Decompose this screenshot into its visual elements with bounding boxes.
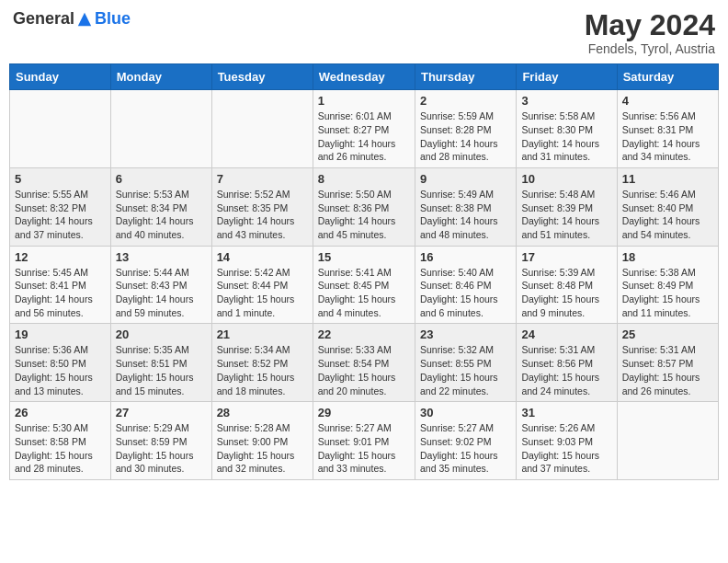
calendar-day-7: 7Sunrise: 5:52 AMSunset: 8:35 PMDaylight… [211, 167, 313, 246]
calendar-day-26: 26Sunrise: 5:30 AMSunset: 8:58 PMDayligh… [10, 402, 111, 480]
day-number: 20 [116, 327, 207, 341]
weekday-header-row: SundayMondayTuesdayWednesdayThursdayFrid… [10, 64, 719, 90]
logo-icon [76, 11, 93, 28]
day-info: Sunrise: 5:42 AMSunset: 8:44 PMDaylight:… [217, 266, 308, 320]
day-number: 27 [116, 406, 207, 419]
day-info: Sunrise: 5:49 AMSunset: 8:38 PMDaylight:… [420, 188, 511, 242]
calendar-day-9: 9Sunrise: 5:49 AMSunset: 8:38 PMDaylight… [415, 167, 516, 246]
day-info: Sunrise: 5:53 AMSunset: 8:34 PMDaylight:… [116, 188, 207, 242]
day-info: Sunrise: 5:52 AMSunset: 8:35 PMDaylight:… [217, 188, 308, 242]
day-info: Sunrise: 5:58 AMSunset: 8:30 PMDaylight:… [521, 109, 611, 164]
day-number: 6 [116, 172, 207, 186]
calendar-day-8: 8Sunrise: 5:50 AMSunset: 8:36 PMDaylight… [313, 167, 415, 246]
day-number: 2 [420, 94, 511, 108]
calendar-empty-cell [10, 90, 111, 168]
day-info: Sunrise: 5:55 AMSunset: 8:32 PMDaylight:… [15, 188, 106, 242]
day-info: Sunrise: 5:40 AMSunset: 8:46 PMDaylight:… [420, 266, 511, 320]
day-number: 3 [521, 94, 611, 108]
weekday-header-saturday: Saturday [617, 64, 718, 90]
day-number: 12 [15, 250, 106, 264]
day-number: 13 [116, 250, 207, 264]
calendar-day-13: 13Sunrise: 5:44 AMSunset: 8:43 PMDayligh… [110, 246, 211, 324]
calendar-day-19: 19Sunrise: 5:36 AMSunset: 8:50 PMDayligh… [10, 324, 111, 402]
calendar-week-row: 1Sunrise: 6:01 AMSunset: 8:27 PMDaylight… [10, 90, 719, 168]
calendar-day-6: 6Sunrise: 5:53 AMSunset: 8:34 PMDaylight… [110, 167, 211, 246]
day-info: Sunrise: 5:28 AMSunset: 9:00 PMDaylight:… [217, 421, 308, 476]
calendar-day-1: 1Sunrise: 6:01 AMSunset: 8:27 PMDaylight… [313, 90, 415, 168]
page-header: General Blue May 2024 Fendels, Tyrol, Au… [9, 9, 719, 56]
weekday-header-thursday: Thursday [415, 64, 516, 90]
day-info: Sunrise: 5:30 AMSunset: 8:58 PMDaylight:… [15, 421, 106, 476]
day-info: Sunrise: 5:26 AMSunset: 9:03 PMDaylight:… [521, 421, 611, 476]
calendar-empty-cell [211, 90, 313, 168]
day-info: Sunrise: 5:38 AMSunset: 8:49 PMDaylight:… [622, 266, 713, 320]
day-info: Sunrise: 5:34 AMSunset: 8:52 PMDaylight:… [217, 343, 308, 397]
day-number: 4 [622, 94, 713, 108]
day-info: Sunrise: 5:29 AMSunset: 8:59 PMDaylight:… [116, 421, 207, 476]
day-number: 19 [15, 327, 106, 341]
weekday-header-sunday: Sunday [10, 64, 111, 90]
day-number: 26 [15, 406, 106, 419]
day-info: Sunrise: 5:27 AMSunset: 9:01 PMDaylight:… [318, 421, 410, 476]
calendar-day-17: 17Sunrise: 5:39 AMSunset: 8:48 PMDayligh… [517, 246, 617, 324]
day-number: 23 [420, 327, 511, 341]
day-info: Sunrise: 5:44 AMSunset: 8:43 PMDaylight:… [116, 266, 207, 320]
day-number: 15 [318, 250, 410, 264]
calendar-week-row: 12Sunrise: 5:45 AMSunset: 8:41 PMDayligh… [10, 246, 719, 324]
day-info: Sunrise: 5:32 AMSunset: 8:55 PMDaylight:… [420, 343, 511, 397]
month-title: May 2024 [585, 9, 715, 41]
day-number: 31 [521, 406, 611, 419]
calendar-day-16: 16Sunrise: 5:40 AMSunset: 8:46 PMDayligh… [415, 246, 516, 324]
calendar-day-30: 30Sunrise: 5:27 AMSunset: 9:02 PMDayligh… [415, 402, 516, 480]
calendar-day-14: 14Sunrise: 5:42 AMSunset: 8:44 PMDayligh… [211, 246, 313, 324]
calendar-empty-cell [110, 90, 211, 168]
day-info: Sunrise: 5:35 AMSunset: 8:51 PMDaylight:… [116, 343, 207, 397]
day-number: 28 [217, 406, 308, 419]
day-number: 7 [217, 172, 308, 186]
day-info: Sunrise: 5:39 AMSunset: 8:48 PMDaylight:… [521, 266, 611, 320]
calendar-day-2: 2Sunrise: 5:59 AMSunset: 8:28 PMDaylight… [415, 90, 516, 168]
calendar-day-11: 11Sunrise: 5:46 AMSunset: 8:40 PMDayligh… [617, 167, 718, 246]
calendar-day-18: 18Sunrise: 5:38 AMSunset: 8:49 PMDayligh… [617, 246, 718, 324]
calendar-week-row: 19Sunrise: 5:36 AMSunset: 8:50 PMDayligh… [10, 324, 719, 402]
day-info: Sunrise: 5:56 AMSunset: 8:31 PMDaylight:… [622, 109, 713, 164]
day-info: Sunrise: 5:31 AMSunset: 8:57 PMDaylight:… [622, 343, 713, 397]
day-info: Sunrise: 5:41 AMSunset: 8:45 PMDaylight:… [318, 266, 410, 320]
calendar-day-21: 21Sunrise: 5:34 AMSunset: 8:52 PMDayligh… [211, 324, 313, 402]
day-number: 14 [217, 250, 308, 264]
day-number: 18 [622, 250, 713, 264]
calendar-week-row: 26Sunrise: 5:30 AMSunset: 8:58 PMDayligh… [10, 402, 719, 480]
day-number: 22 [318, 327, 410, 341]
calendar-day-12: 12Sunrise: 5:45 AMSunset: 8:41 PMDayligh… [10, 246, 111, 324]
calendar-day-27: 27Sunrise: 5:29 AMSunset: 8:59 PMDayligh… [110, 402, 211, 480]
day-number: 30 [420, 406, 511, 419]
day-number: 16 [420, 250, 511, 264]
logo-blue: Blue [95, 9, 131, 28]
title-block: May 2024 Fendels, Tyrol, Austria [585, 9, 715, 56]
day-info: Sunrise: 5:50 AMSunset: 8:36 PMDaylight:… [318, 188, 410, 242]
svg-marker-0 [78, 12, 91, 25]
day-number: 29 [318, 406, 410, 419]
calendar-day-5: 5Sunrise: 5:55 AMSunset: 8:32 PMDaylight… [10, 167, 111, 246]
day-number: 9 [420, 172, 511, 186]
day-info: Sunrise: 5:27 AMSunset: 9:02 PMDaylight:… [420, 421, 511, 476]
day-number: 25 [622, 327, 713, 341]
day-number: 11 [622, 172, 713, 186]
day-info: Sunrise: 5:48 AMSunset: 8:39 PMDaylight:… [521, 188, 611, 242]
day-number: 5 [15, 172, 106, 186]
calendar-week-row: 5Sunrise: 5:55 AMSunset: 8:32 PMDaylight… [10, 167, 719, 246]
calendar-day-31: 31Sunrise: 5:26 AMSunset: 9:03 PMDayligh… [517, 402, 617, 480]
calendar-day-15: 15Sunrise: 5:41 AMSunset: 8:45 PMDayligh… [313, 246, 415, 324]
calendar-day-24: 24Sunrise: 5:31 AMSunset: 8:56 PMDayligh… [517, 324, 617, 402]
day-info: Sunrise: 5:59 AMSunset: 8:28 PMDaylight:… [420, 109, 511, 164]
weekday-header-monday: Monday [110, 64, 211, 90]
day-info: Sunrise: 5:31 AMSunset: 8:56 PMDaylight:… [521, 343, 611, 397]
calendar-table: SundayMondayTuesdayWednesdayThursdayFrid… [9, 63, 719, 480]
calendar-day-28: 28Sunrise: 5:28 AMSunset: 9:00 PMDayligh… [211, 402, 313, 480]
day-number: 17 [521, 250, 611, 264]
calendar-day-25: 25Sunrise: 5:31 AMSunset: 8:57 PMDayligh… [617, 324, 718, 402]
weekday-header-tuesday: Tuesday [211, 64, 313, 90]
calendar-day-10: 10Sunrise: 5:48 AMSunset: 8:39 PMDayligh… [517, 167, 617, 246]
calendar-day-23: 23Sunrise: 5:32 AMSunset: 8:55 PMDayligh… [415, 324, 516, 402]
day-info: Sunrise: 5:36 AMSunset: 8:50 PMDaylight:… [15, 343, 106, 397]
